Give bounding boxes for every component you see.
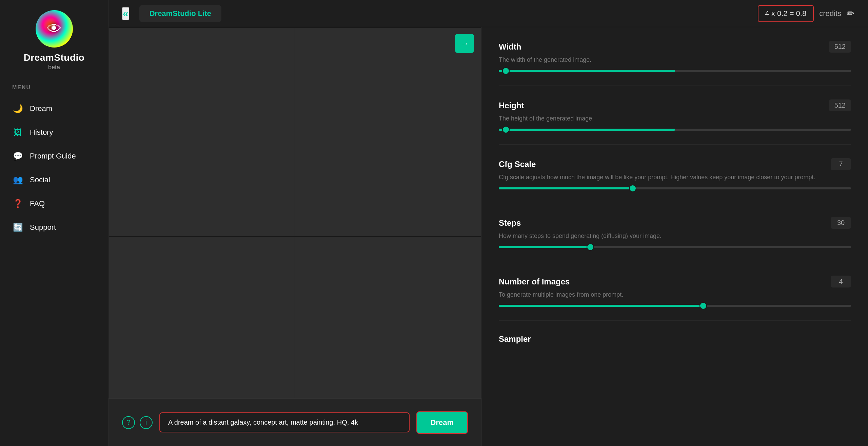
- faq-icon: ❓: [12, 198, 24, 209]
- dream-icon: 🌙: [12, 103, 24, 114]
- num-images-label: Number of Images: [499, 277, 570, 286]
- back-button[interactable]: «: [122, 7, 129, 20]
- logo-area: 👁 DreamStudio beta: [24, 10, 85, 71]
- sampler-setting: Sampler: [499, 334, 851, 344]
- steps-value: 30: [831, 217, 851, 229]
- canvas-cell-2: [295, 28, 481, 236]
- height-setting: Height 512 The height of the generated i…: [499, 99, 851, 131]
- prompt-guide-icon: 💬: [12, 150, 24, 162]
- question-icon-button[interactable]: ?: [122, 416, 135, 429]
- sidebar-item-label-history: History: [30, 128, 53, 137]
- main-canvas-area: [108, 27, 481, 446]
- nav-menu: 🌙 Dream 🖼 History 💬 Prompt Guide 👥 Socia…: [0, 97, 108, 239]
- height-slider-fill: [499, 129, 675, 131]
- info-icon: i: [145, 419, 147, 426]
- cfg-scale-setting: Cfg Scale 7 Cfg scale adjusts how much t…: [499, 158, 851, 189]
- height-header: Height 512: [499, 99, 851, 111]
- support-icon: 🔄: [12, 222, 24, 233]
- steps-slider-fill: [499, 246, 590, 248]
- divider-4: [499, 262, 851, 262]
- credits-label: credits: [819, 9, 841, 18]
- steps-label: Steps: [499, 218, 521, 228]
- credits-section: 4 x 0.2 = 0.8 credits ✏: [758, 5, 855, 22]
- sidebar-item-social[interactable]: 👥 Social: [0, 168, 108, 192]
- width-label: Width: [499, 42, 521, 52]
- right-settings-panel: Width 512 The width of the generated ima…: [481, 27, 868, 446]
- cfg-scale-slider-track[interactable]: [499, 187, 851, 189]
- prompt-bar: ? i Dream: [108, 398, 481, 446]
- sidebar-item-prompt-guide[interactable]: 💬 Prompt Guide: [0, 144, 108, 168]
- width-slider-track[interactable]: [499, 70, 851, 72]
- export-icon: →: [460, 38, 469, 49]
- height-slider-thumb[interactable]: [502, 126, 510, 133]
- sidebar-item-label-support: Support: [30, 223, 56, 232]
- cfg-scale-header: Cfg Scale 7: [499, 158, 851, 170]
- canvas-cell-1: [109, 28, 295, 236]
- num-images-slider-thumb[interactable]: [699, 302, 707, 310]
- height-desc: The height of the generated image.: [499, 114, 851, 123]
- brand-beta: beta: [48, 64, 60, 71]
- app-title-button[interactable]: DreamStudio Lite: [139, 5, 221, 22]
- sidebar-item-faq[interactable]: ❓ FAQ: [0, 192, 108, 216]
- sidebar-item-history[interactable]: 🖼 History: [0, 120, 108, 144]
- num-images-header: Number of Images 4: [499, 276, 851, 287]
- height-slider-track[interactable]: [499, 129, 851, 131]
- pencil-icon[interactable]: ✏: [847, 8, 854, 19]
- brand-name: DreamStudio: [24, 52, 85, 63]
- width-value: 512: [829, 41, 851, 53]
- divider-1: [499, 86, 851, 86]
- num-images-desc: To generate multiple images from one pro…: [499, 290, 851, 299]
- cfg-scale-slider-thumb[interactable]: [629, 185, 636, 192]
- menu-label: MENU: [0, 85, 108, 91]
- divider-3: [499, 203, 851, 203]
- width-slider-thumb[interactable]: [502, 67, 510, 75]
- prompt-input-wrapper: [159, 412, 410, 432]
- width-setting: Width 512 The width of the generated ima…: [499, 41, 851, 72]
- height-label: Height: [499, 101, 524, 110]
- sampler-header: Sampler: [499, 334, 851, 344]
- sidebar-item-label-prompt-guide: Prompt Guide: [30, 152, 76, 161]
- history-icon: 🖼: [12, 127, 24, 138]
- info-icon-button[interactable]: i: [140, 416, 153, 429]
- export-button[interactable]: →: [455, 34, 474, 53]
- num-images-value: 4: [831, 276, 851, 287]
- cfg-scale-label: Cfg Scale: [499, 160, 536, 169]
- width-header: Width 512: [499, 41, 851, 53]
- width-slider-fill: [499, 70, 675, 72]
- num-images-slider-fill: [499, 305, 703, 307]
- steps-slider-track[interactable]: [499, 246, 851, 248]
- steps-header: Steps 30: [499, 217, 851, 229]
- top-bar: « DreamStudio Lite 4 x 0.2 = 0.8 credits…: [108, 0, 868, 27]
- canvas-grid: [108, 27, 481, 446]
- sidebar-item-label-faq: FAQ: [30, 199, 45, 208]
- steps-desc: How many steps to spend generating (diff…: [499, 231, 851, 241]
- dream-button[interactable]: Dream: [416, 411, 468, 434]
- sidebar-item-support[interactable]: 🔄 Support: [0, 216, 108, 239]
- credits-calculation: 4 x 0.2 = 0.8: [758, 5, 814, 22]
- prompt-input[interactable]: [168, 419, 401, 426]
- sidebar-item-dream[interactable]: 🌙 Dream: [0, 97, 108, 120]
- logo-image: 👁: [36, 10, 73, 48]
- steps-setting: Steps 30 How many steps to spend generat…: [499, 217, 851, 248]
- cfg-scale-slider-fill: [499, 187, 633, 189]
- sidebar-item-label-dream: Dream: [30, 104, 52, 113]
- num-images-slider-track[interactable]: [499, 305, 851, 307]
- cfg-scale-desc: Cfg scale adjusts how much the image wil…: [499, 173, 851, 182]
- height-value: 512: [829, 99, 851, 111]
- social-icon: 👥: [12, 174, 24, 186]
- steps-slider-thumb[interactable]: [587, 243, 594, 251]
- sampler-label: Sampler: [499, 334, 531, 344]
- divider-2: [499, 144, 851, 145]
- sidebar: 👁 DreamStudio beta MENU 🌙 Dream 🖼 Histor…: [0, 0, 108, 446]
- width-desc: The width of the generated image.: [499, 55, 851, 64]
- divider-5: [499, 320, 851, 321]
- question-mark-icon: ?: [126, 419, 130, 426]
- prompt-icon-group: ? i: [122, 416, 153, 429]
- logo-eye-icon: 👁: [47, 20, 62, 37]
- num-images-setting: Number of Images 4 To generate multiple …: [499, 276, 851, 307]
- cfg-scale-value: 7: [831, 158, 851, 170]
- sidebar-item-label-social: Social: [30, 175, 50, 184]
